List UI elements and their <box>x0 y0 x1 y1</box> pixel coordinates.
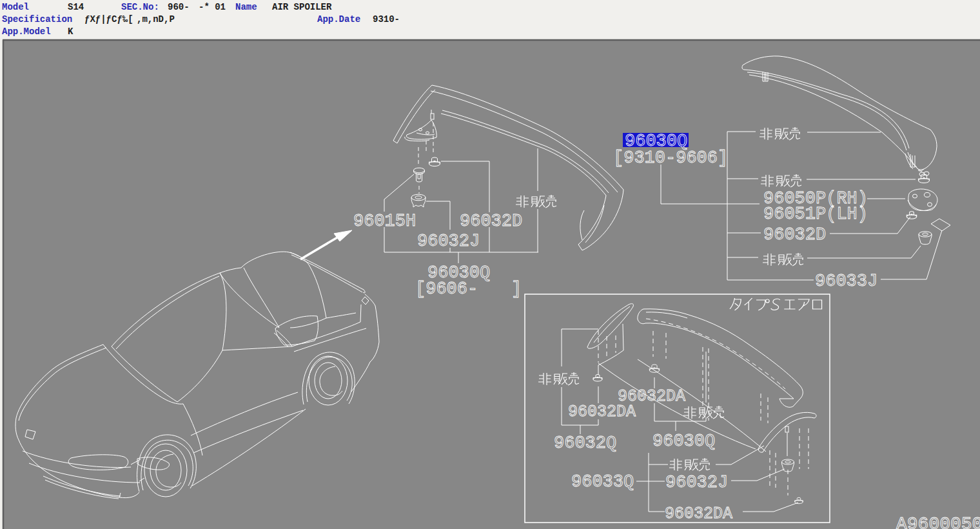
svg-text:96032Q: 96032Q <box>554 434 616 453</box>
svg-text:96051P(LH): 96051P(LH) <box>763 205 868 224</box>
svg-text:96033J: 96033J <box>815 272 877 291</box>
svg-text:A9600050: A9600050 <box>896 514 980 529</box>
svg-text:96030Q: 96030Q <box>652 432 715 451</box>
svg-text:96032J: 96032J <box>417 232 480 251</box>
svg-text:]: ] <box>511 279 522 299</box>
svg-text:96032J: 96032J <box>665 473 728 492</box>
svg-text:[9606-: [9606- <box>415 279 478 299</box>
svg-text:96033Q: 96033Q <box>571 472 634 492</box>
svg-text:96032DA: 96032DA <box>665 504 732 523</box>
svg-text:96032D: 96032D <box>460 212 522 231</box>
svg-text:96015H: 96015H <box>353 212 416 231</box>
svg-text:[9310-9606]: [9310-9606] <box>613 148 728 168</box>
svg-text:96032D: 96032D <box>763 225 826 245</box>
svg-text:96032DA: 96032DA <box>568 403 636 421</box>
